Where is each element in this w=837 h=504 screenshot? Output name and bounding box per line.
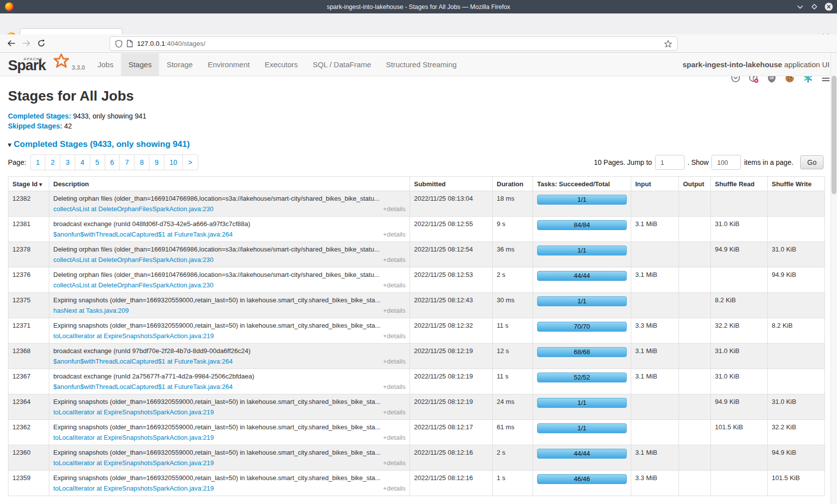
- duration-cell: 2 s: [493, 445, 533, 471]
- duration-cell: 2 s: [493, 267, 533, 293]
- stage-callsite-link[interactable]: $anonfun$withThreadLocalCaptured$1 at Fu…: [53, 383, 233, 390]
- stage-description: Expiring snapshots (older_than=166932055…: [53, 322, 406, 329]
- skipped-stages-link[interactable]: Skipped Stages:: [8, 122, 62, 130]
- col-header-shuffle-write[interactable]: Shuffle Write: [768, 177, 825, 191]
- duration-cell: 11 s: [493, 369, 533, 394]
- col-header-stage-id[interactable]: Stage Id ▾: [8, 177, 49, 191]
- shuffle-read-cell: 31.0 KiB: [711, 344, 768, 369]
- close-icon[interactable]: [825, 2, 833, 11]
- col-header-output[interactable]: Output: [679, 177, 711, 191]
- shuffle-read-cell: [711, 267, 768, 293]
- stage-callsite-link[interactable]: $anonfun$withThreadLocalCaptured$1 at Fu…: [53, 358, 233, 365]
- page-button-2[interactable]: 2: [45, 155, 60, 170]
- output-cell: [679, 445, 711, 471]
- url-bar[interactable]: 127.0.0.1:4040/stages/: [110, 36, 678, 51]
- tasks-progress-bar: 1/1: [537, 195, 627, 205]
- details-toggle[interactable]: +details: [383, 459, 406, 467]
- page-button-4[interactable]: 4: [75, 155, 90, 170]
- completed-stages-link[interactable]: Completed Stages:: [8, 112, 71, 120]
- stage-id-cell: 12360: [8, 445, 49, 471]
- details-toggle[interactable]: +details: [383, 485, 406, 492]
- col-header-submitted[interactable]: Submitted: [410, 177, 493, 191]
- col-header-tasks-succeeded-total[interactable]: Tasks: Succeeded/Total: [533, 177, 631, 191]
- maximize-icon[interactable]: [810, 2, 819, 11]
- page-button-8[interactable]: 8: [135, 155, 149, 170]
- page-button-5[interactable]: 5: [90, 155, 105, 170]
- details-toggle[interactable]: +details: [383, 434, 406, 441]
- stage-description: Deleting orphan files (older_than=166910…: [53, 195, 406, 202]
- page-button-9[interactable]: 9: [149, 155, 164, 170]
- description-cell: Deleting orphan files (older_than=166910…: [49, 267, 410, 293]
- stage-callsite-link[interactable]: $anonfun$withThreadLocalCaptured$1 at Fu…: [53, 231, 233, 238]
- tasks-cell: 1/1: [533, 394, 631, 420]
- stage-callsite-link[interactable]: toLocalIterator at ExpireSnapshotsSparkA…: [53, 332, 214, 340]
- reload-button[interactable]: [34, 36, 49, 51]
- page-next-button[interactable]: >: [183, 155, 197, 170]
- items-per-page-input[interactable]: [711, 155, 741, 170]
- details-toggle[interactable]: +details: [383, 281, 406, 289]
- completed-stages-section-header[interactable]: ▾Completed Stages (9433, only showing 94…: [8, 139, 824, 149]
- table-row: 12362Expiring snapshots (older_than=1669…: [8, 420, 825, 445]
- page-info-icon[interactable]: [127, 40, 133, 47]
- page-title: Stages for All Jobs: [8, 88, 824, 104]
- spark-logo[interactable]: APACHE Spark 3.3.0: [7, 53, 69, 76]
- details-toggle[interactable]: +details: [383, 231, 406, 238]
- back-button[interactable]: [4, 36, 19, 51]
- col-header-input[interactable]: Input: [631, 177, 679, 191]
- stage-id-cell: 12362: [8, 420, 49, 445]
- jump-to-page-input[interactable]: [655, 155, 685, 170]
- spark-logo-text: Spark: [8, 57, 46, 74]
- col-header-duration[interactable]: Duration: [493, 177, 533, 191]
- col-header-description[interactable]: Description: [49, 177, 410, 191]
- stage-callsite-link[interactable]: hasNext at Tasks.java:209: [53, 307, 129, 314]
- shuffle-read-cell: 32.2 KiB: [711, 318, 768, 344]
- scrollbar-thumb[interactable]: [832, 76, 837, 194]
- stage-callsite-link[interactable]: toLocalIterator at ExpireSnapshotsSparkA…: [53, 485, 214, 492]
- page-scrollbar[interactable]: [831, 53, 837, 504]
- shuffle-write-cell: 94.9 KiB: [768, 445, 825, 471]
- details-toggle[interactable]: +details: [383, 205, 406, 213]
- nav-item-storage[interactable]: Storage: [159, 53, 200, 76]
- output-cell: [679, 267, 711, 293]
- page-button-1[interactable]: 1: [31, 155, 46, 170]
- page-button-6[interactable]: 6: [105, 155, 120, 170]
- nav-item-sql-dataframe[interactable]: SQL / DataFrame: [305, 53, 379, 76]
- shuffle-write-cell: 31.0 KiB: [768, 394, 825, 420]
- stage-callsite-link[interactable]: collectAsList at DeleteOrphanFilesSparkA…: [53, 256, 214, 263]
- nav-item-structured-streaming[interactable]: Structured Streaming: [379, 53, 464, 76]
- stage-callsite-link[interactable]: collectAsList at DeleteOrphanFilesSparkA…: [53, 205, 214, 213]
- stage-callsite-link[interactable]: collectAsList at DeleteOrphanFilesSparkA…: [53, 281, 214, 289]
- window-titlebar: spark-ingest-into-lakehouse - Stages for…: [0, 0, 837, 13]
- input-cell: [631, 293, 679, 318]
- go-button[interactable]: Go: [800, 155, 824, 169]
- page-button-3[interactable]: 3: [60, 155, 75, 170]
- bookmark-star-icon[interactable]: [664, 40, 672, 48]
- stage-callsite-link[interactable]: toLocalIterator at ExpireSnapshotsSparkA…: [53, 434, 214, 441]
- url-text[interactable]: 127.0.0.1:4040/stages/: [137, 40, 205, 47]
- minimize-icon[interactable]: [796, 2, 804, 11]
- details-toggle[interactable]: +details: [383, 332, 406, 340]
- page-button-10[interactable]: 10: [164, 155, 183, 170]
- table-row: 12367broadcast exchange (runId 2a75677f-…: [8, 369, 825, 394]
- tracking-shield-icon[interactable]: [115, 40, 123, 48]
- stage-description: Expiring snapshots (older_than=166932055…: [53, 449, 406, 456]
- details-toggle[interactable]: +details: [383, 358, 406, 365]
- page-button-7[interactable]: 7: [120, 155, 135, 170]
- details-toggle[interactable]: +details: [383, 408, 406, 416]
- nav-item-executors[interactable]: Executors: [257, 53, 305, 76]
- stage-description: Deleting orphan files (older_than=166910…: [53, 271, 406, 278]
- stage-callsite-link[interactable]: toLocalIterator at ExpireSnapshotsSparkA…: [53, 408, 214, 416]
- completed-stages-value: 9433, only showing 941: [71, 112, 146, 120]
- nav-item-jobs[interactable]: Jobs: [90, 53, 121, 76]
- stage-callsite-link[interactable]: toLocalIterator at ExpireSnapshotsSparkA…: [53, 459, 214, 467]
- input-cell: 3.1 MiB: [631, 217, 679, 242]
- details-toggle[interactable]: +details: [383, 307, 406, 314]
- input-cell: 3.1 MiB: [631, 267, 679, 293]
- details-toggle[interactable]: +details: [383, 256, 406, 263]
- col-header-shuffle-read[interactable]: Shuffle Read: [711, 177, 768, 191]
- forward-button[interactable]: [19, 36, 34, 51]
- submitted-cell: 2022/11/25 08:12:17: [410, 420, 493, 445]
- details-toggle[interactable]: +details: [383, 383, 406, 390]
- nav-item-stages[interactable]: Stages: [121, 53, 159, 76]
- nav-item-environment[interactable]: Environment: [200, 53, 257, 76]
